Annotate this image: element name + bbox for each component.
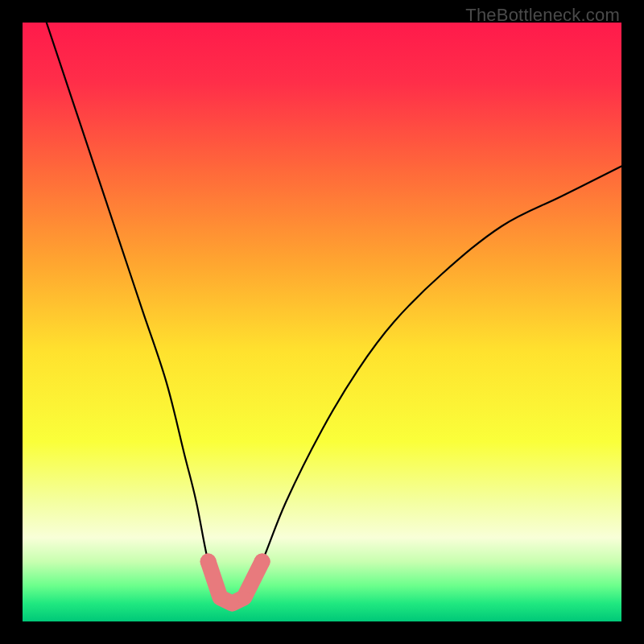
marker-dot [214,591,227,604]
marker-dot [254,554,270,570]
chart-frame: TheBottleneck.com [0,0,644,644]
bottleneck-curve [47,23,621,604]
plot-area [23,23,621,621]
marker-dot [200,554,217,570]
marker-dot [225,597,238,610]
watermark-text: TheBottleneck.com [465,5,620,26]
marker-dot [237,591,250,604]
curve-markers [200,554,270,610]
curve-layer [23,23,621,621]
